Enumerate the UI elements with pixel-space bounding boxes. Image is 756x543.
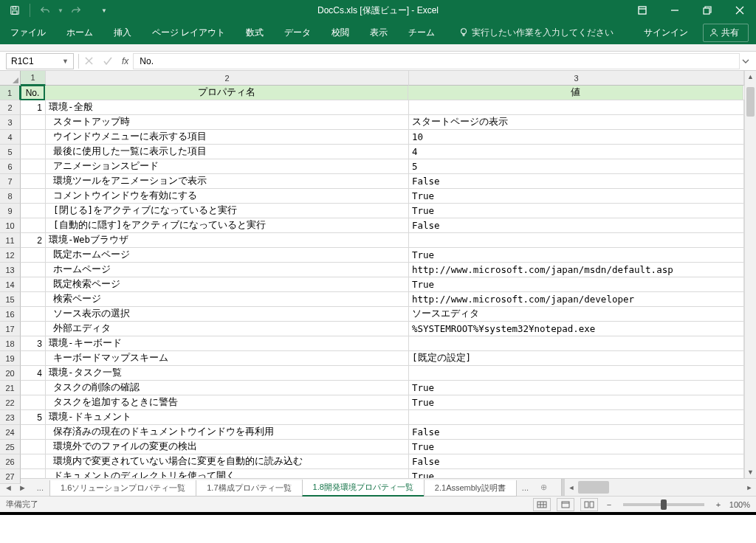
row-header[interactable]: 2 (0, 100, 21, 115)
row-header[interactable]: 7 (0, 174, 21, 189)
cell-prop[interactable]: 環境外でのファイルの変更の検出 (46, 440, 409, 454)
name-box[interactable]: R1C1 ▼ (6, 53, 74, 69)
sign-in-link[interactable]: サインイン (641, 22, 691, 44)
tab-file[interactable]: ファイル (7, 22, 49, 44)
cell-no[interactable] (21, 218, 46, 232)
column-header-3[interactable]: 3 (409, 71, 744, 86)
cell-prop[interactable]: タスクの削除の確認 (46, 381, 409, 395)
row-header[interactable]: 10 (0, 218, 21, 233)
zoom-in-button[interactable]: + (713, 500, 724, 509)
row-header[interactable]: 25 (0, 440, 21, 454)
cell-no[interactable] (21, 440, 46, 454)
cell-val[interactable]: False (409, 454, 744, 468)
row-header[interactable]: 13 (0, 263, 21, 277)
cell-prop[interactable]: 環境内で変更されていない場合に変更を自動的に読み込む (46, 454, 409, 468)
close-button[interactable] (724, 0, 756, 21)
scroll-up-arrow[interactable]: ▲ (745, 71, 756, 83)
tab-page-layout[interactable]: ページ レイアウト (149, 22, 228, 44)
row-header[interactable]: 18 (0, 336, 21, 351)
row-header[interactable]: 16 (0, 307, 21, 322)
cell-val[interactable]: True (409, 395, 744, 409)
tab-insert[interactable]: 挿入 (111, 22, 134, 44)
row-header[interactable]: 14 (0, 277, 21, 292)
column-header-2[interactable]: 2 (46, 71, 409, 86)
cell-prop[interactable]: 保存済みの現在のドキュメントウインドウを再利用 (46, 425, 409, 439)
cell-no[interactable] (21, 263, 46, 277)
cell-prop[interactable]: ドキュメントのディレクトリを使って開く (46, 469, 409, 478)
enter-formula-button[interactable] (98, 53, 117, 69)
vertical-scrollbar[interactable]: ▲ ▼ (744, 71, 756, 478)
view-page-layout-button[interactable] (557, 498, 574, 511)
zoom-slider-knob[interactable] (661, 499, 667, 510)
cell-val[interactable]: 5 (409, 159, 744, 173)
cell-val[interactable]: 10 (409, 130, 744, 144)
horizontal-scrollbar[interactable]: ◄ ► (561, 479, 756, 496)
header-val[interactable]: 値 (408, 86, 743, 100)
zoom-out-button[interactable]: − (604, 500, 614, 509)
cell-val[interactable]: True (409, 469, 744, 478)
cell-no[interactable] (21, 130, 46, 144)
cell-val[interactable] (409, 366, 744, 380)
row-header[interactable]: 22 (0, 395, 21, 410)
zoom-slider[interactable] (623, 503, 704, 506)
tab-team[interactable]: チーム (405, 22, 438, 44)
tab-home[interactable]: ホーム (63, 22, 96, 44)
cell-val[interactable]: False (409, 174, 744, 188)
row-header[interactable]: 11 (0, 233, 21, 248)
cell-prop[interactable]: 既定検索ページ (46, 277, 409, 291)
sheet-tab-3[interactable]: 2.1Assembly説明書 (424, 480, 517, 497)
horizontal-scroll-thumb[interactable] (578, 481, 609, 494)
vertical-scroll-thumb[interactable] (746, 87, 755, 117)
row-header[interactable]: 24 (0, 425, 21, 440)
cell-val[interactable] (409, 100, 744, 114)
row-header[interactable]: 20 (0, 366, 21, 381)
scroll-left-arrow[interactable]: ◄ (565, 484, 578, 491)
tell-me-search[interactable]: 実行したい作業を入力してください (458, 27, 614, 39)
insert-function-button[interactable]: fx (117, 56, 133, 66)
sheet-nav-next[interactable]: ► (18, 483, 27, 492)
cell-no[interactable] (21, 189, 46, 203)
active-cell[interactable]: No. (21, 85, 45, 100)
cell-no[interactable] (21, 351, 46, 365)
cancel-formula-button[interactable] (79, 53, 98, 69)
redo-button[interactable] (67, 1, 85, 19)
cell-prop[interactable]: 環境-キーボード (46, 336, 409, 350)
cell-val[interactable]: 4 (409, 145, 744, 159)
cell-val[interactable]: True (409, 381, 744, 395)
cell-no[interactable]: 5 (21, 410, 46, 424)
undo-button[interactable] (36, 1, 54, 19)
cell-no[interactable] (21, 204, 46, 218)
cell-val[interactable]: True (409, 248, 744, 262)
cell-val[interactable] (409, 233, 744, 247)
cell-prop[interactable]: アニメーションスピード (46, 159, 409, 173)
tab-view[interactable]: 表示 (367, 22, 391, 44)
restore-button[interactable] (691, 0, 724, 21)
expand-formula-bar-button[interactable] (740, 54, 752, 69)
cell-no[interactable] (21, 145, 46, 159)
row-header[interactable]: 8 (0, 189, 21, 204)
cell-no[interactable] (21, 307, 46, 321)
cell-prop[interactable]: 外部エディタ (46, 322, 409, 336)
cell-prop[interactable]: 環境-タスク一覧 (46, 366, 409, 380)
row-header[interactable]: 4 (0, 130, 21, 145)
row-header[interactable]: 21 (0, 381, 21, 395)
row-header[interactable]: 19 (0, 351, 21, 366)
cell-val[interactable] (409, 336, 744, 350)
cell-no[interactable] (21, 469, 46, 478)
header-prop[interactable]: プロパティ名 (45, 86, 408, 100)
cell-prop[interactable]: ホームページ (46, 263, 409, 277)
row-header[interactable]: 6 (0, 159, 21, 174)
cell-no[interactable] (21, 322, 46, 336)
cell-prop[interactable]: 環境ツールをアニメーションで表示 (46, 174, 409, 188)
row-header[interactable]: 17 (0, 322, 21, 336)
cell-prop[interactable]: コメントウインドウを有効にする (46, 189, 409, 203)
tab-formula[interactable]: 数式 (243, 22, 267, 44)
row-header[interactable]: 23 (0, 410, 21, 425)
cell-no[interactable]: 1 (21, 100, 46, 114)
cell-prop[interactable]: 既定ホームページ (46, 248, 409, 262)
cell-prop[interactable]: 環境-全般 (46, 100, 409, 114)
cell-val[interactable]: スタートページの表示 (409, 115, 744, 129)
add-sheet-button[interactable]: ⊕ (535, 479, 552, 496)
cell-no[interactable]: 4 (21, 366, 46, 380)
view-normal-button[interactable] (533, 498, 551, 511)
